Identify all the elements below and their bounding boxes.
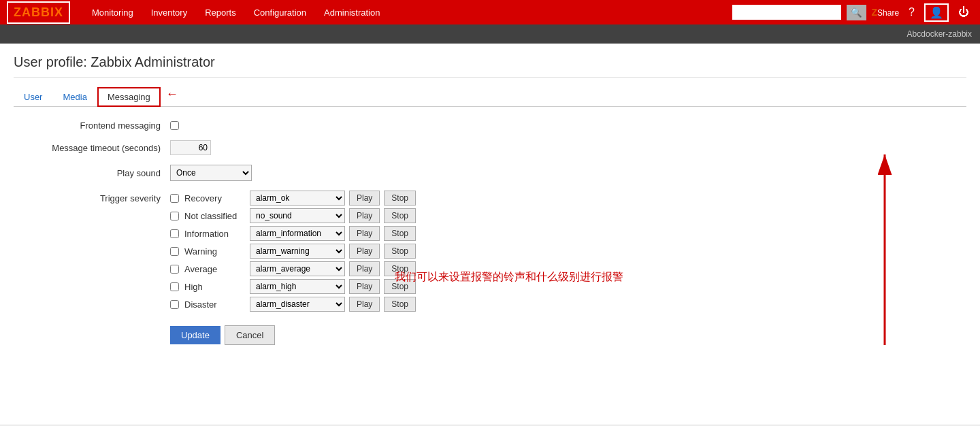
main-content: User profile: Zabbix Administrator User … (0, 44, 980, 425)
severity-checkbox-warning[interactable] (170, 247, 179, 256)
nav-monitoring[interactable]: Monitoring (84, 2, 142, 23)
severity-stop-information[interactable]: Stop (384, 226, 416, 241)
username-display: Abcdocker-zabbix (907, 29, 972, 39)
tab-messaging[interactable]: Messaging (97, 87, 161, 107)
frontend-messaging-row: Frontend messaging (20, 120, 966, 131)
play-sound-label: Play sound (20, 168, 170, 178)
action-buttons-row: Update Cancel (20, 325, 966, 345)
update-button[interactable]: Update (170, 326, 220, 344)
severity-name-disaster: Disaster (184, 299, 246, 310)
nav-inventory[interactable]: Inventory (143, 2, 195, 23)
play-sound-select[interactable]: Once 10 seconds While active (170, 165, 252, 181)
severity-stop-disaster[interactable]: Stop (384, 297, 416, 312)
severity-play-average[interactable]: Play (349, 261, 380, 276)
help-icon[interactable]: ? (904, 3, 919, 21)
search-input[interactable] (732, 5, 841, 20)
tab-arrow: ← (166, 87, 178, 106)
trigger-severity-label: Trigger severity (20, 191, 170, 203)
frontend-messaging-checkbox[interactable] (170, 121, 179, 130)
severity-play-disaster[interactable]: Play (349, 297, 380, 312)
message-timeout-row: Message timeout (seconds) (20, 140, 966, 155)
topbar-right: 🔍 ZShare ? 👤 ⏻ (732, 3, 974, 22)
severity-sound-warning[interactable]: alarm_warning (250, 244, 345, 259)
severity-row-warning: Warning alarm_warning Play Stop (170, 244, 416, 259)
severity-name-average: Average (184, 264, 246, 274)
frontend-messaging-label: Frontend messaging (20, 120, 170, 131)
severity-sound-recovery[interactable]: alarm_ok (250, 191, 345, 206)
severity-checkbox-information[interactable] (170, 229, 179, 238)
severity-play-recovery[interactable]: Play (349, 191, 380, 206)
nav-administration[interactable]: Administration (316, 2, 388, 23)
severity-play-not-classified[interactable]: Play (349, 208, 380, 223)
tab-user[interactable]: User (14, 87, 52, 107)
severity-checkbox-high[interactable] (170, 282, 179, 291)
message-timeout-label: Message timeout (seconds) (20, 143, 170, 153)
severity-play-warning[interactable]: Play (349, 244, 380, 259)
severity-sound-average[interactable]: alarm_average (250, 261, 345, 276)
nav-reports[interactable]: Reports (197, 2, 244, 23)
severity-row-recovery: Recovery alarm_ok Play Stop (170, 191, 416, 206)
nav-items: Monitoring Inventory Reports Configurati… (84, 2, 732, 23)
tabs: User Media Messaging ← (14, 87, 966, 107)
severity-row-high: High alarm_high Play Stop (170, 279, 416, 294)
user-icon[interactable]: 👤 (924, 3, 949, 22)
form-section: Frontend messaging Message timeout (seco… (14, 120, 966, 345)
severity-sound-information[interactable]: alarm_information (250, 226, 345, 241)
trigger-severity-section: Trigger severity Recovery alarm_ok Play … (20, 191, 966, 313)
topbar: ZABBIX Monitoring Inventory Reports Conf… (0, 0, 980, 24)
severity-row-not-classified: Not classified no_sound Play Stop (170, 208, 416, 223)
page-title: User profile: Zabbix Administrator (14, 54, 966, 78)
severity-stop-warning[interactable]: Stop (384, 244, 416, 259)
cancel-button[interactable]: Cancel (225, 325, 275, 345)
severity-play-information[interactable]: Play (349, 226, 380, 241)
severity-sound-not-classified[interactable]: no_sound (250, 208, 345, 223)
severity-row-information: Information alarm_information Play Stop (170, 226, 416, 241)
severity-name-information: Information (184, 229, 246, 239)
userbar: Abcdocker-zabbix (0, 24, 980, 44)
share-button[interactable]: ZShare (872, 7, 900, 18)
severity-checkbox-disaster[interactable] (170, 300, 179, 309)
severity-row-average: Average alarm_average Play Stop (170, 261, 416, 276)
severity-name-recovery: Recovery (184, 193, 246, 203)
severity-stop-recovery[interactable]: Stop (384, 191, 416, 206)
nav-configuration[interactable]: Configuration (246, 2, 314, 23)
severity-name-warning: Warning (184, 246, 246, 257)
annotation-text: 我们可以来设置报警的铃声和什么级别进行报警 (395, 270, 623, 284)
severity-rows: Recovery alarm_ok Play Stop Not classifi… (170, 191, 416, 313)
severity-row-disaster: Disaster alarm_disaster Play Stop (170, 297, 416, 312)
severity-sound-high[interactable]: alarm_high (250, 279, 345, 294)
power-icon[interactable]: ⏻ (954, 3, 973, 21)
severity-checkbox-recovery[interactable] (170, 194, 179, 203)
message-timeout-input[interactable] (170, 140, 211, 155)
severity-checkbox-average[interactable] (170, 265, 179, 274)
logo: ZABBIX (7, 1, 70, 24)
severity-stop-not-classified[interactable]: Stop (384, 208, 416, 223)
severity-name-high: High (184, 282, 246, 292)
severity-sound-disaster[interactable]: alarm_disaster (250, 297, 345, 312)
play-sound-row: Play sound Once 10 seconds While active (20, 165, 966, 181)
severity-checkbox-not-classified[interactable] (170, 212, 179, 220)
severity-play-high[interactable]: Play (349, 279, 380, 294)
tab-media[interactable]: Media (52, 87, 97, 107)
severity-name-not-classified: Not classified (184, 211, 246, 221)
search-button[interactable]: 🔍 (847, 5, 866, 20)
